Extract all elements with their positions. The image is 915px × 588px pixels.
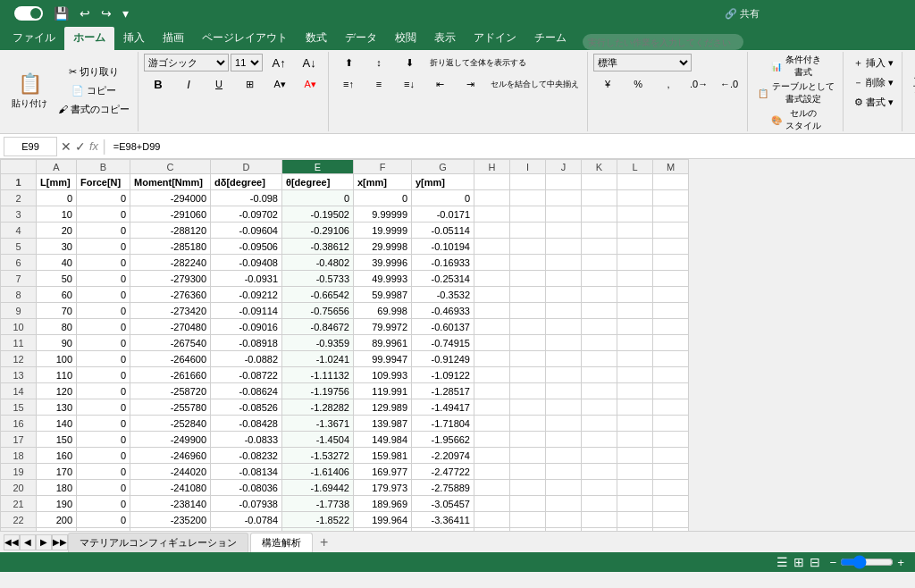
cell-C9[interactable]: -273420: [130, 303, 211, 319]
cell-G16[interactable]: -1.71804: [412, 416, 474, 432]
cell-E13[interactable]: -1.11132: [282, 367, 354, 383]
cancel-icon[interactable]: ✕: [61, 139, 71, 154]
cell-B11[interactable]: 0: [77, 335, 130, 351]
cell-G4[interactable]: -0.05114: [412, 223, 474, 239]
cell-D14[interactable]: -0.08624: [211, 383, 282, 399]
cell-D4[interactable]: -0.09604: [211, 223, 282, 239]
percent-btn[interactable]: %: [624, 75, 652, 93]
cell-G10[interactable]: -0.60137: [412, 319, 474, 335]
cell-B5[interactable]: 0: [77, 239, 130, 255]
cell-G15[interactable]: -1.49417: [412, 399, 474, 416]
cell-G20[interactable]: -2.75889: [412, 480, 474, 496]
cell-L17[interactable]: [617, 432, 653, 448]
cell-G3[interactable]: -0.0171: [412, 206, 474, 223]
cell-A14[interactable]: 120: [37, 383, 77, 399]
cell-C22[interactable]: -235200: [130, 512, 211, 528]
row-header-14[interactable]: 14: [1, 383, 37, 399]
sheet-scroll-prev[interactable]: ◀: [20, 534, 36, 550]
cell-B9[interactable]: 0: [77, 303, 130, 319]
minimize-button[interactable]: [770, 0, 811, 27]
cell-J21[interactable]: [546, 496, 582, 512]
cell-H2[interactable]: [474, 190, 510, 206]
cell-J2[interactable]: [546, 190, 582, 206]
cell-E1[interactable]: θ[degree]: [282, 174, 354, 190]
row-header-19[interactable]: 19: [1, 464, 37, 480]
cell-A21[interactable]: 190: [37, 496, 77, 512]
cell-M20[interactable]: [653, 480, 689, 496]
merge-center-btn[interactable]: セルを結合して中央揃え: [486, 75, 583, 93]
cell-C16[interactable]: -252840: [130, 416, 211, 432]
cell-J1[interactable]: [546, 174, 582, 190]
cell-F10[interactable]: 79.9972: [354, 319, 412, 335]
sheet-scroll-right[interactable]: ▶▶: [52, 534, 68, 550]
cell-J9[interactable]: [546, 303, 582, 319]
cell-I12[interactable]: [510, 351, 546, 367]
cell-I10[interactable]: [510, 319, 546, 335]
number-format-select[interactable]: 標準: [593, 54, 692, 71]
cell-H22[interactable]: [474, 512, 510, 528]
cell-C17[interactable]: -249900: [130, 432, 211, 448]
cell-D20[interactable]: -0.08036: [211, 480, 282, 496]
cell-B13[interactable]: 0: [77, 367, 130, 383]
cell-L21[interactable]: [617, 496, 653, 512]
cell-H13[interactable]: [474, 367, 510, 383]
cell-K3[interactable]: [582, 206, 617, 223]
cell-K9[interactable]: [582, 303, 617, 319]
cell-C18[interactable]: -246960: [130, 448, 211, 464]
conditional-format-btn[interactable]: 📊 条件付き書式: [767, 54, 826, 79]
cell-A15[interactable]: 130: [37, 399, 77, 416]
cell-E9[interactable]: -0.75656: [282, 303, 354, 319]
cell-M10[interactable]: [653, 319, 689, 335]
cell-M5[interactable]: [653, 239, 689, 255]
cell-G7[interactable]: -0.25314: [412, 271, 474, 287]
cell-F14[interactable]: 119.991: [354, 383, 412, 399]
cell-M15[interactable]: [653, 399, 689, 416]
row-header-21[interactable]: 21: [1, 496, 37, 512]
sheet-scroll-next[interactable]: ▶: [36, 534, 52, 550]
cell-B19[interactable]: 0: [77, 464, 130, 480]
cell-C12[interactable]: -264600: [130, 351, 211, 367]
row-header-23[interactable]: 23: [1, 528, 37, 532]
cell-J17[interactable]: [546, 432, 582, 448]
cell-D23[interactable]: -0.07742: [211, 528, 282, 532]
save-icon[interactable]: 💾: [50, 4, 72, 22]
cell-G17[interactable]: -1.95662: [412, 432, 474, 448]
cell-I23[interactable]: [510, 528, 546, 532]
cell-reference-input[interactable]: [4, 137, 57, 156]
decrease-indent-btn[interactable]: ⇤: [425, 75, 454, 93]
copy-button[interactable]: 📄 コピー: [54, 82, 134, 100]
cell-D6[interactable]: -0.09408: [211, 255, 282, 271]
italic-button[interactable]: I: [174, 75, 203, 93]
tab-insert[interactable]: 挿入: [114, 27, 154, 50]
cell-E6[interactable]: -0.4802: [282, 255, 354, 271]
cell-B22[interactable]: 0: [77, 512, 130, 528]
underline-button[interactable]: U: [205, 75, 233, 93]
cell-D2[interactable]: -0.098: [211, 190, 282, 206]
cell-E17[interactable]: -1.4504: [282, 432, 354, 448]
cell-I13[interactable]: [510, 367, 546, 383]
decrease-decimal-btn[interactable]: ←.0: [715, 75, 743, 93]
cell-M12[interactable]: [653, 351, 689, 367]
cell-H1[interactable]: [474, 174, 510, 190]
cell-L11[interactable]: [617, 335, 653, 351]
cell-D17[interactable]: -0.0833: [211, 432, 282, 448]
cell-K23[interactable]: [582, 528, 617, 532]
cell-K4[interactable]: [582, 223, 617, 239]
cell-B10[interactable]: 0: [77, 319, 130, 335]
cell-J11[interactable]: [546, 335, 582, 351]
cell-E18[interactable]: -1.53272: [282, 448, 354, 464]
cell-I8[interactable]: [510, 287, 546, 303]
cell-I17[interactable]: [510, 432, 546, 448]
tab-team[interactable]: チーム: [525, 27, 575, 50]
cell-M13[interactable]: [653, 367, 689, 383]
cell-G13[interactable]: -1.09122: [412, 367, 474, 383]
cell-C6[interactable]: -282240: [130, 255, 211, 271]
align-middle-btn[interactable]: ↕: [365, 54, 393, 71]
format-painter-button[interactable]: 🖌 書式のコピー: [54, 101, 134, 119]
cell-M23[interactable]: [653, 528, 689, 532]
tab-data[interactable]: データ: [336, 27, 386, 50]
row-header-6[interactable]: 6: [1, 255, 37, 271]
col-header-F[interactable]: F: [354, 160, 412, 174]
cell-B7[interactable]: 0: [77, 271, 130, 287]
row-header-13[interactable]: 13: [1, 367, 37, 383]
